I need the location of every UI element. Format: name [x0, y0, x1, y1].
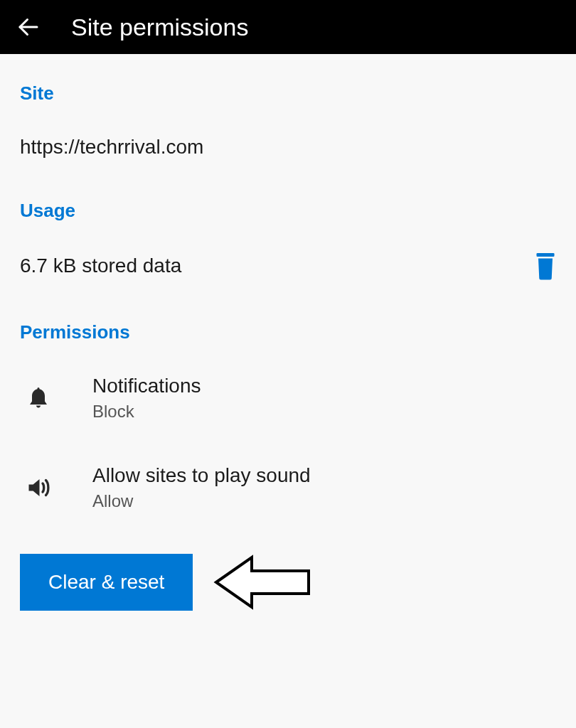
permission-notifications[interactable]: Notifications Block: [20, 375, 556, 422]
usage-text: 6.7 kB stored data: [20, 255, 181, 277]
usage-row: 6.7 kB stored data: [20, 253, 556, 279]
clear-reset-button[interactable]: Clear & reset: [20, 554, 193, 611]
arrow-left-icon: [213, 554, 312, 611]
button-row: Clear & reset: [20, 554, 556, 611]
speaker-icon: [24, 473, 53, 502]
permission-text: Notifications Block: [92, 375, 201, 422]
site-url: https://techrrival.com: [20, 136, 556, 159]
permission-title: Notifications: [92, 375, 201, 397]
page-title: Site permissions: [71, 14, 248, 41]
header: Site permissions: [0, 0, 576, 54]
permission-title: Allow sites to play sound: [92, 464, 311, 487]
permissions-section-label: Permissions: [20, 321, 556, 343]
permission-text: Allow sites to play sound Allow: [92, 464, 311, 511]
content: Site https://techrrival.com Usage 6.7 kB…: [0, 54, 576, 632]
usage-section-label: Usage: [20, 200, 556, 222]
permission-value: Block: [92, 402, 201, 422]
site-section-label: Site: [20, 82, 556, 105]
permission-sound[interactable]: Allow sites to play sound Allow: [20, 464, 556, 511]
bell-icon: [24, 384, 53, 412]
trash-icon[interactable]: [535, 253, 556, 279]
svg-rect-2: [543, 253, 548, 254]
permission-value: Allow: [92, 491, 311, 511]
back-icon[interactable]: [14, 13, 43, 41]
